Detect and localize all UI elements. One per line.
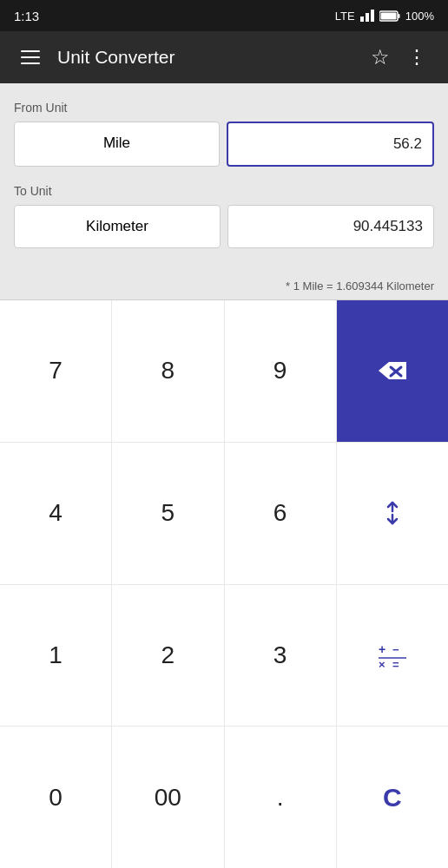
key-decimal[interactable]: . — [225, 727, 336, 868]
from-unit-label: From Unit — [14, 101, 434, 115]
ops-symbol-icon: + − × = — [377, 641, 408, 669]
status-time: 1:13 — [14, 9, 39, 23]
from-unit-inputs: Mile 56.2 — [14, 122, 434, 167]
more-options-button[interactable]: ⋮ — [400, 39, 434, 76]
swap-arrows-icon — [379, 500, 405, 526]
key-backspace[interactable] — [337, 300, 448, 442]
key-4[interactable]: 4 — [0, 443, 111, 584]
status-bar: 1:13 LTE 100% — [0, 0, 448, 31]
toolbar: Unit Converter ☆ ⋮ — [0, 31, 448, 83]
svg-rect-5 — [380, 12, 396, 19]
favorite-button[interactable]: ☆ — [364, 38, 397, 76]
key-00[interactable]: 00 — [112, 727, 223, 868]
main-content: From Unit Mile 56.2 To Unit Kilometer 90… — [0, 83, 448, 868]
svg-marker-2 — [371, 10, 374, 22]
signal-icon — [360, 10, 374, 22]
backspace-icon — [377, 358, 408, 383]
key-2[interactable]: 2 — [112, 585, 223, 727]
to-unit-value: 90.445133 — [227, 205, 434, 248]
battery-icon — [379, 10, 400, 22]
status-icons: LTE 100% — [335, 10, 434, 23]
to-unit-inputs: Kilometer 90.445133 — [14, 205, 434, 248]
conversion-info: * 1 Mile = 1.609344 Kilometer — [0, 276, 448, 299]
swap-icon — [379, 500, 405, 526]
svg-marker-1 — [366, 13, 369, 22]
from-unit-row: From Unit Mile 56.2 — [14, 101, 434, 167]
svg-text:=: = — [392, 658, 399, 669]
key-1[interactable]: 1 — [0, 585, 111, 727]
key-8[interactable]: 8 — [112, 300, 223, 442]
units-section: From Unit Mile 56.2 To Unit Kilometer 90… — [0, 83, 448, 276]
key-ops[interactable]: + − × = — [337, 585, 448, 727]
key-5[interactable]: 5 — [112, 443, 223, 584]
key-9[interactable]: 9 — [225, 300, 336, 442]
to-unit-row: To Unit Kilometer 90.445133 — [14, 184, 434, 248]
key-6[interactable]: 6 — [225, 443, 336, 584]
svg-text:+: + — [379, 642, 385, 656]
svg-text:−: − — [392, 643, 399, 656]
key-0[interactable]: 0 — [0, 727, 111, 868]
page-title: Unit Converter — [57, 47, 364, 68]
battery-percent: 100% — [405, 10, 434, 23]
svg-text:×: × — [379, 658, 385, 669]
svg-rect-4 — [398, 14, 399, 18]
from-unit-selector[interactable]: Mile — [14, 122, 220, 167]
to-unit-label: To Unit — [14, 184, 434, 198]
network-indicator: LTE — [335, 10, 355, 23]
keypad: 7 8 9 4 5 6 1 2 3 — [0, 299, 448, 868]
key-swap[interactable] — [337, 443, 448, 584]
key-clear[interactable]: C — [337, 727, 448, 868]
menu-button[interactable] — [14, 43, 47, 71]
operations-icon: + − × = — [377, 641, 408, 669]
key-3[interactable]: 3 — [225, 585, 336, 727]
key-7[interactable]: 7 — [0, 300, 111, 442]
to-unit-selector[interactable]: Kilometer — [14, 205, 221, 248]
svg-marker-0 — [360, 16, 364, 22]
from-unit-value[interactable]: 56.2 — [227, 122, 434, 167]
